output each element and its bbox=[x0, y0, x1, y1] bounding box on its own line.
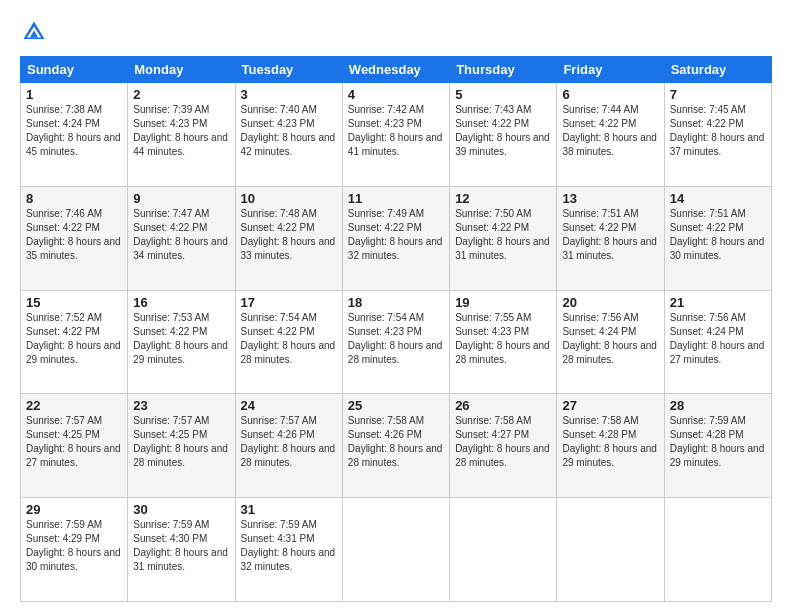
calendar-cell: 26Sunrise: 7:58 AMSunset: 4:27 PMDayligh… bbox=[450, 394, 557, 498]
day-number: 11 bbox=[348, 191, 444, 206]
calendar-cell bbox=[342, 498, 449, 602]
day-info: Sunrise: 7:43 AMSunset: 4:22 PMDaylight:… bbox=[455, 103, 551, 159]
day-number: 29 bbox=[26, 502, 122, 517]
day-number: 3 bbox=[241, 87, 337, 102]
day-info: Sunrise: 7:56 AMSunset: 4:24 PMDaylight:… bbox=[562, 311, 658, 367]
calendar-cell: 18Sunrise: 7:54 AMSunset: 4:23 PMDayligh… bbox=[342, 290, 449, 394]
day-number: 21 bbox=[670, 295, 766, 310]
day-info: Sunrise: 7:48 AMSunset: 4:22 PMDaylight:… bbox=[241, 207, 337, 263]
day-info: Sunrise: 7:46 AMSunset: 4:22 PMDaylight:… bbox=[26, 207, 122, 263]
day-of-week-header: Saturday bbox=[664, 57, 771, 83]
calendar-cell: 6Sunrise: 7:44 AMSunset: 4:22 PMDaylight… bbox=[557, 83, 664, 187]
calendar-cell: 31Sunrise: 7:59 AMSunset: 4:31 PMDayligh… bbox=[235, 498, 342, 602]
day-info: Sunrise: 7:54 AMSunset: 4:22 PMDaylight:… bbox=[241, 311, 337, 367]
calendar-cell: 12Sunrise: 7:50 AMSunset: 4:22 PMDayligh… bbox=[450, 186, 557, 290]
day-info: Sunrise: 7:52 AMSunset: 4:22 PMDaylight:… bbox=[26, 311, 122, 367]
day-number: 9 bbox=[133, 191, 229, 206]
calendar-cell: 25Sunrise: 7:58 AMSunset: 4:26 PMDayligh… bbox=[342, 394, 449, 498]
day-number: 6 bbox=[562, 87, 658, 102]
day-number: 31 bbox=[241, 502, 337, 517]
calendar-cell: 4Sunrise: 7:42 AMSunset: 4:23 PMDaylight… bbox=[342, 83, 449, 187]
calendar-cell: 27Sunrise: 7:58 AMSunset: 4:28 PMDayligh… bbox=[557, 394, 664, 498]
day-number: 14 bbox=[670, 191, 766, 206]
calendar-cell: 23Sunrise: 7:57 AMSunset: 4:25 PMDayligh… bbox=[128, 394, 235, 498]
calendar-cell: 2Sunrise: 7:39 AMSunset: 4:23 PMDaylight… bbox=[128, 83, 235, 187]
day-info: Sunrise: 7:39 AMSunset: 4:23 PMDaylight:… bbox=[133, 103, 229, 159]
day-info: Sunrise: 7:45 AMSunset: 4:22 PMDaylight:… bbox=[670, 103, 766, 159]
calendar-cell: 11Sunrise: 7:49 AMSunset: 4:22 PMDayligh… bbox=[342, 186, 449, 290]
day-info: Sunrise: 7:50 AMSunset: 4:22 PMDaylight:… bbox=[455, 207, 551, 263]
header bbox=[20, 18, 772, 46]
day-info: Sunrise: 7:55 AMSunset: 4:23 PMDaylight:… bbox=[455, 311, 551, 367]
calendar-cell: 20Sunrise: 7:56 AMSunset: 4:24 PMDayligh… bbox=[557, 290, 664, 394]
day-number: 20 bbox=[562, 295, 658, 310]
day-number: 5 bbox=[455, 87, 551, 102]
day-info: Sunrise: 7:58 AMSunset: 4:28 PMDaylight:… bbox=[562, 414, 658, 470]
day-number: 18 bbox=[348, 295, 444, 310]
day-number: 19 bbox=[455, 295, 551, 310]
logo-icon bbox=[20, 18, 48, 46]
day-info: Sunrise: 7:59 AMSunset: 4:29 PMDaylight:… bbox=[26, 518, 122, 574]
day-of-week-header: Friday bbox=[557, 57, 664, 83]
day-number: 7 bbox=[670, 87, 766, 102]
day-number: 24 bbox=[241, 398, 337, 413]
day-info: Sunrise: 7:38 AMSunset: 4:24 PMDaylight:… bbox=[26, 103, 122, 159]
calendar-cell: 1Sunrise: 7:38 AMSunset: 4:24 PMDaylight… bbox=[21, 83, 128, 187]
day-number: 26 bbox=[455, 398, 551, 413]
day-number: 17 bbox=[241, 295, 337, 310]
calendar-cell: 5Sunrise: 7:43 AMSunset: 4:22 PMDaylight… bbox=[450, 83, 557, 187]
day-of-week-header: Sunday bbox=[21, 57, 128, 83]
calendar-body: 1Sunrise: 7:38 AMSunset: 4:24 PMDaylight… bbox=[21, 83, 772, 602]
calendar-cell: 19Sunrise: 7:55 AMSunset: 4:23 PMDayligh… bbox=[450, 290, 557, 394]
calendar-cell: 22Sunrise: 7:57 AMSunset: 4:25 PMDayligh… bbox=[21, 394, 128, 498]
day-number: 1 bbox=[26, 87, 122, 102]
day-number: 22 bbox=[26, 398, 122, 413]
calendar-cell: 17Sunrise: 7:54 AMSunset: 4:22 PMDayligh… bbox=[235, 290, 342, 394]
day-info: Sunrise: 7:59 AMSunset: 4:30 PMDaylight:… bbox=[133, 518, 229, 574]
calendar-cell: 14Sunrise: 7:51 AMSunset: 4:22 PMDayligh… bbox=[664, 186, 771, 290]
calendar-cell: 13Sunrise: 7:51 AMSunset: 4:22 PMDayligh… bbox=[557, 186, 664, 290]
day-info: Sunrise: 7:51 AMSunset: 4:22 PMDaylight:… bbox=[562, 207, 658, 263]
calendar-cell bbox=[664, 498, 771, 602]
day-number: 4 bbox=[348, 87, 444, 102]
day-info: Sunrise: 7:53 AMSunset: 4:22 PMDaylight:… bbox=[133, 311, 229, 367]
day-info: Sunrise: 7:42 AMSunset: 4:23 PMDaylight:… bbox=[348, 103, 444, 159]
calendar-week-row: 29Sunrise: 7:59 AMSunset: 4:29 PMDayligh… bbox=[21, 498, 772, 602]
day-info: Sunrise: 7:51 AMSunset: 4:22 PMDaylight:… bbox=[670, 207, 766, 263]
day-number: 25 bbox=[348, 398, 444, 413]
day-info: Sunrise: 7:58 AMSunset: 4:27 PMDaylight:… bbox=[455, 414, 551, 470]
day-of-week-header: Thursday bbox=[450, 57, 557, 83]
day-info: Sunrise: 7:49 AMSunset: 4:22 PMDaylight:… bbox=[348, 207, 444, 263]
day-of-week-header: Tuesday bbox=[235, 57, 342, 83]
day-number: 10 bbox=[241, 191, 337, 206]
day-number: 15 bbox=[26, 295, 122, 310]
day-number: 13 bbox=[562, 191, 658, 206]
calendar-cell: 21Sunrise: 7:56 AMSunset: 4:24 PMDayligh… bbox=[664, 290, 771, 394]
logo bbox=[20, 18, 52, 46]
day-number: 12 bbox=[455, 191, 551, 206]
calendar-cell: 7Sunrise: 7:45 AMSunset: 4:22 PMDaylight… bbox=[664, 83, 771, 187]
day-number: 8 bbox=[26, 191, 122, 206]
day-number: 30 bbox=[133, 502, 229, 517]
calendar-cell bbox=[557, 498, 664, 602]
page: SundayMondayTuesdayWednesdayThursdayFrid… bbox=[0, 0, 792, 612]
day-number: 27 bbox=[562, 398, 658, 413]
day-number: 23 bbox=[133, 398, 229, 413]
calendar-cell: 30Sunrise: 7:59 AMSunset: 4:30 PMDayligh… bbox=[128, 498, 235, 602]
header-row: SundayMondayTuesdayWednesdayThursdayFrid… bbox=[21, 57, 772, 83]
day-info: Sunrise: 7:47 AMSunset: 4:22 PMDaylight:… bbox=[133, 207, 229, 263]
day-info: Sunrise: 7:59 AMSunset: 4:28 PMDaylight:… bbox=[670, 414, 766, 470]
calendar-week-row: 15Sunrise: 7:52 AMSunset: 4:22 PMDayligh… bbox=[21, 290, 772, 394]
calendar-cell: 10Sunrise: 7:48 AMSunset: 4:22 PMDayligh… bbox=[235, 186, 342, 290]
day-info: Sunrise: 7:40 AMSunset: 4:23 PMDaylight:… bbox=[241, 103, 337, 159]
day-info: Sunrise: 7:58 AMSunset: 4:26 PMDaylight:… bbox=[348, 414, 444, 470]
calendar-cell: 24Sunrise: 7:57 AMSunset: 4:26 PMDayligh… bbox=[235, 394, 342, 498]
day-of-week-header: Monday bbox=[128, 57, 235, 83]
calendar-cell: 8Sunrise: 7:46 AMSunset: 4:22 PMDaylight… bbox=[21, 186, 128, 290]
day-info: Sunrise: 7:44 AMSunset: 4:22 PMDaylight:… bbox=[562, 103, 658, 159]
calendar-cell: 15Sunrise: 7:52 AMSunset: 4:22 PMDayligh… bbox=[21, 290, 128, 394]
calendar-week-row: 8Sunrise: 7:46 AMSunset: 4:22 PMDaylight… bbox=[21, 186, 772, 290]
calendar-cell: 28Sunrise: 7:59 AMSunset: 4:28 PMDayligh… bbox=[664, 394, 771, 498]
calendar-week-row: 22Sunrise: 7:57 AMSunset: 4:25 PMDayligh… bbox=[21, 394, 772, 498]
day-info: Sunrise: 7:57 AMSunset: 4:25 PMDaylight:… bbox=[133, 414, 229, 470]
